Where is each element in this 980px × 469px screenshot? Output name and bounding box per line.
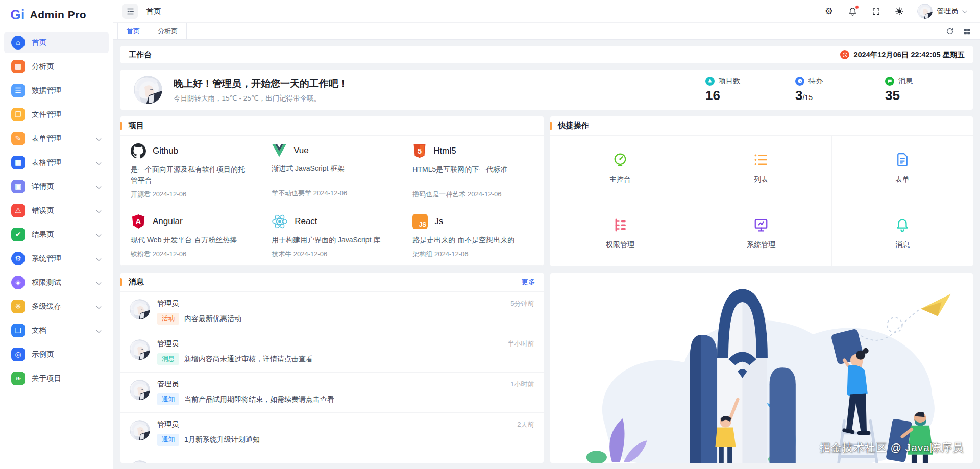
quick-action-label: 表单 — [895, 175, 910, 184]
fullscreen-icon[interactable] — [870, 6, 881, 17]
tab-bar: 首页 分析页 — [113, 23, 980, 40]
theme-icon[interactable] — [894, 6, 905, 17]
project-card-github[interactable]: Github 是一个面向开源及私有软件项目的托管平台 开源君 2024-12-0… — [120, 136, 261, 206]
message-time: 半小时前 — [508, 339, 534, 349]
project-card-vue[interactable]: Vue 渐进式 JavaScript 框架 学不动也要学 2024-12-06 — [261, 136, 402, 206]
message-time: 1小时前 — [510, 380, 534, 389]
list-item[interactable]: 管理员1小时前 通知当前产品试用期即将结束，如需续费请点击查看 — [120, 373, 544, 413]
clock-icon — [795, 77, 804, 86]
sidebar: Gi Admin Pro ⌂首页 ▤分析页 ☰数据管理 ❐文件管理 ✎表单管理 … — [0, 0, 113, 469]
database-icon: ☰ — [11, 84, 25, 97]
chat-icon — [885, 77, 894, 86]
avatar — [130, 460, 150, 463]
table-icon: ▦ — [11, 156, 25, 169]
about-icon: ❧ — [11, 372, 25, 385]
message-time: 5分钟前 — [510, 299, 534, 308]
chevron-down-icon — [96, 184, 102, 189]
rocket-illustration — [568, 281, 955, 463]
sidebar-item-analysis[interactable]: ▤分析页 — [4, 56, 109, 77]
user-menu[interactable]: 管理员 — [917, 4, 969, 19]
project-card-angular[interactable]: AAngular 现代 Web 开发平台 百万粉丝热捧 铁粉君 2024-12-… — [120, 206, 261, 266]
quick-actions-grid: 主控台 列表 表单 权 — [550, 136, 973, 266]
stats-row: 项目数 16 待办 3/15 消息 35 — [705, 77, 960, 104]
tab-analysis[interactable]: 分析页 — [149, 23, 187, 39]
avatar — [130, 299, 150, 319]
sidebar-item-cache[interactable]: ※多级缓存 — [4, 295, 109, 317]
sidebar-item-home[interactable]: ⌂首页 — [4, 32, 109, 53]
greeting-subtitle: 今日阴转大雨，15℃ - 25℃，出门记得带伞哦。 — [174, 94, 348, 103]
datetime-display: 2024年12月06日 22:42:05 星期五 — [840, 50, 965, 60]
message-text: 当前产品试用期即将结束，如需续费请点击查看 — [184, 395, 334, 404]
js-icon: JS — [412, 214, 428, 229]
messages-header: 消息更多 — [120, 273, 544, 292]
detail-icon: ▣ — [11, 180, 25, 193]
stat-value: 35 — [885, 88, 950, 104]
quick-action-label: 列表 — [754, 175, 768, 184]
bell-icon — [895, 217, 910, 233]
avatar — [130, 420, 150, 440]
app-logo[interactable]: Gi Admin Pro — [0, 0, 113, 30]
sidebar-item-data[interactable]: ☰数据管理 — [4, 80, 109, 101]
quick-action-list[interactable]: 列表 — [691, 136, 832, 201]
example-icon: ◎ — [11, 348, 25, 361]
sidebar-item-forms[interactable]: ✎表单管理 — [4, 128, 109, 149]
sidebar-item-system[interactable]: ⚙系统管理 — [4, 248, 109, 269]
sidebar-item-tables[interactable]: ▦表格管理 — [4, 152, 109, 173]
list-item[interactable]: 管理员半小时前 消息新增内容尚未通过审核，详情请点击查看 — [120, 332, 544, 373]
illustration-panel: 掘金技术社区 @ Java陈序员 — [550, 273, 973, 463]
settings-icon[interactable]: ⚙ — [823, 6, 835, 17]
tab-home[interactable]: 首页 — [117, 23, 149, 39]
quick-action-permission[interactable]: 权限管理 — [550, 201, 691, 266]
sidebar-item-result[interactable]: ✔结果页 — [4, 224, 109, 245]
message-sender: 管理员 — [157, 420, 179, 429]
project-card-html5[interactable]: 5Html5 HTML5是互联网的下一代标准 撸码也是一种艺术 2024-12-… — [402, 136, 543, 206]
message-text: 1月新系统升级计划通知 — [184, 435, 260, 445]
project-card-react[interactable]: React 用于构建用户界面的 JavaScript 库 技术牛 2024-12… — [261, 206, 402, 266]
list-item[interactable]: 管理员2天前 通知1月新系统升级计划通知 — [120, 413, 544, 453]
collapse-menu-button[interactable] — [122, 4, 138, 19]
projects-grid: Github 是一个面向开源及私有软件项目的托管平台 开源君 2024-12-0… — [120, 136, 544, 266]
document-icon: ❑ — [11, 324, 25, 337]
vue-icon — [272, 143, 287, 158]
stat-label: 项目数 — [719, 77, 740, 86]
page-content: 工作台 2024年12月06日 22:42:05 星期五 晚上好！管理员，开始您… — [113, 40, 980, 469]
sidebar-menu: ⌂首页 ▤分析页 ☰数据管理 ❐文件管理 ✎表单管理 ▦表格管理 ▣详情页 ⚠错… — [0, 30, 113, 393]
sidebar-item-files[interactable]: ❐文件管理 — [4, 104, 109, 125]
chevron-down-icon — [96, 280, 102, 285]
result-icon: ✔ — [11, 228, 25, 241]
stat-todo: 待办 3/15 — [795, 77, 861, 104]
stat-value: 3/15 — [795, 88, 861, 104]
sidebar-item-docs[interactable]: ❑文档 — [4, 319, 109, 341]
sidebar-item-about[interactable]: ❧关于项目 — [4, 367, 109, 389]
sidebar-item-error[interactable]: ⚠错误页 — [4, 200, 109, 221]
tab-actions — [946, 23, 980, 39]
quick-action-label: 系统管理 — [747, 240, 775, 250]
layout-grid-icon[interactable] — [963, 28, 971, 35]
avatar — [130, 380, 150, 400]
quick-action-label: 消息 — [895, 240, 910, 250]
quick-action-form[interactable]: 表单 — [832, 136, 973, 201]
notification-icon[interactable] — [847, 6, 858, 17]
chevron-down-icon — [96, 136, 102, 141]
more-link[interactable]: 更多 — [522, 278, 535, 287]
svg-text:A: A — [136, 217, 141, 226]
quick-action-console[interactable]: 主控台 — [550, 136, 691, 201]
angular-icon: A — [131, 214, 146, 229]
avatar — [130, 339, 150, 360]
sidebar-item-detail[interactable]: ▣详情页 — [4, 176, 109, 197]
chevron-down-icon — [962, 8, 967, 13]
sidebar-item-example[interactable]: ◎示例页 — [4, 343, 109, 365]
list-item-partial[interactable] — [120, 453, 544, 463]
sidebar-item-permission[interactable]: ◈权限测试 — [4, 271, 109, 293]
folder-icon: ❐ — [11, 108, 25, 121]
quick-action-system[interactable]: 系统管理 — [691, 201, 832, 266]
project-card-js[interactable]: JSJs 路是走出来的 而不是空想出来的 架构组 2024-12-06 — [402, 206, 543, 266]
form-doc-icon — [895, 152, 910, 167]
greeting-card: 晚上好！管理员，开始您一天的工作吧！ 今日阴转大雨，15℃ - 25℃，出门记得… — [120, 70, 973, 110]
home-icon: ⌂ — [11, 36, 25, 50]
greeting-title: 晚上好！管理员，开始您一天的工作吧！ — [174, 77, 348, 90]
list-icon — [753, 152, 769, 167]
list-item[interactable]: 管理员5分钟前 活动内容最新优惠活动 — [120, 292, 544, 332]
refresh-icon[interactable] — [946, 27, 954, 35]
quick-action-message[interactable]: 消息 — [832, 201, 973, 266]
